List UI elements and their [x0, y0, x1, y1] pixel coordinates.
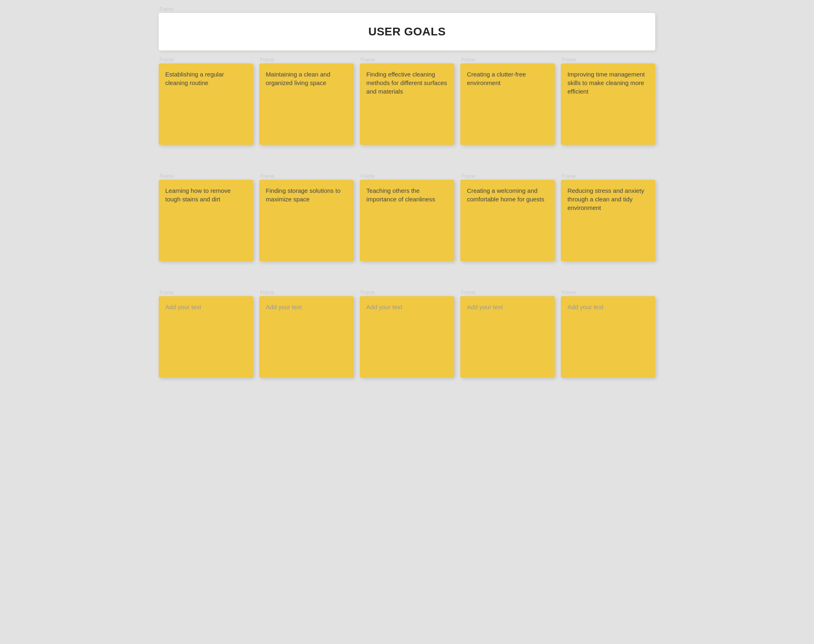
row-3: FrameAdd your textFrameAdd your textFram… — [159, 290, 655, 378]
row-2-frames: FrameLearning how to remove tough stains… — [159, 173, 655, 261]
sticky-card-card-10[interactable]: Reducing stress and anxiety through a cl… — [561, 180, 655, 261]
sticky-card-card-12[interactable]: Add your text — [259, 296, 354, 378]
sticky-card-card-1[interactable]: Establishing a regular cleaning routine — [159, 63, 253, 145]
row-gap-2 — [159, 265, 655, 290]
frame-col-1-2: FrameMaintaining a clean and organized l… — [259, 57, 354, 145]
frame-col-2-4: FrameCreating a welcoming and comfortabl… — [460, 173, 555, 261]
frame-label-3-3: Frame — [360, 290, 454, 295]
frame-label-1-3: Frame — [360, 57, 454, 63]
header-frame-label: Frame — [159, 7, 655, 12]
page-title: USER GOALS — [167, 25, 647, 38]
sticky-card-card-7[interactable]: Finding storage solutions to maximize sp… — [259, 180, 354, 261]
frame-col-2-1: FrameLearning how to remove tough stains… — [159, 173, 253, 261]
frame-col-3-2: FrameAdd your text — [259, 290, 354, 378]
frame-col-2-2: FrameFinding storage solutions to maximi… — [259, 173, 354, 261]
header-card: USER GOALS — [159, 13, 655, 50]
frame-label-2-2: Frame — [259, 173, 354, 179]
frame-label-2-3: Frame — [360, 173, 454, 179]
frame-col-1-4: FrameCreating a clutter-free environment — [460, 57, 555, 145]
frame-label-2-5: Frame — [561, 173, 655, 179]
frame-label-2-1: Frame — [159, 173, 253, 179]
frame-label-1-5: Frame — [561, 57, 655, 63]
frame-col-3-1: FrameAdd your text — [159, 290, 253, 378]
frame-label-2-4: Frame — [460, 173, 555, 179]
frame-label-3-4: Frame — [460, 290, 555, 295]
row-1: FrameEstablishing a regular cleaning rou… — [159, 57, 655, 145]
frame-col-3-4: FrameAdd your text — [460, 290, 555, 378]
row-gap-1 — [159, 149, 655, 173]
sticky-card-card-2[interactable]: Maintaining a clean and organized living… — [259, 63, 354, 145]
row-2: FrameLearning how to remove tough stains… — [159, 173, 655, 261]
frame-col-3-3: FrameAdd your text — [360, 290, 454, 378]
frame-col-2-5: FrameReducing stress and anxiety through… — [561, 173, 655, 261]
sticky-card-card-8[interactable]: Teaching others the importance of cleanl… — [360, 180, 454, 261]
frame-col-3-5: FrameAdd your text — [561, 290, 655, 378]
frame-col-1-5: FrameImproving time management skills to… — [561, 57, 655, 145]
frame-label-3-1: Frame — [159, 290, 253, 295]
sticky-card-card-4[interactable]: Creating a clutter-free environment — [460, 63, 555, 145]
frame-col-1-1: FrameEstablishing a regular cleaning rou… — [159, 57, 253, 145]
sticky-card-card-3[interactable]: Finding effective cleaning methods for d… — [360, 63, 454, 145]
frame-label-1-2: Frame — [259, 57, 354, 63]
sticky-card-card-6[interactable]: Learning how to remove tough stains and … — [159, 180, 253, 261]
sticky-card-card-14[interactable]: Add your text — [460, 296, 555, 378]
frame-label-1-4: Frame — [460, 57, 555, 63]
sticky-card-card-5[interactable]: Improving time management skills to make… — [561, 63, 655, 145]
sticky-card-card-9[interactable]: Creating a welcoming and comfortable hom… — [460, 180, 555, 261]
sticky-card-card-11[interactable]: Add your text — [159, 296, 253, 378]
frame-label-3-5: Frame — [561, 290, 655, 295]
row-1-frames: FrameEstablishing a regular cleaning rou… — [159, 57, 655, 145]
header-frame: Frame USER GOALS — [159, 7, 655, 50]
sticky-card-card-13[interactable]: Add your text — [360, 296, 454, 378]
frame-col-2-3: FrameTeaching others the importance of c… — [360, 173, 454, 261]
sticky-card-card-15[interactable]: Add your text — [561, 296, 655, 378]
page-wrapper: Frame USER GOALS FrameEstablishing a reg… — [159, 7, 655, 378]
frame-label-1-1: Frame — [159, 57, 253, 63]
frame-label-3-2: Frame — [259, 290, 354, 295]
frame-col-1-3: FrameFinding effective cleaning methods … — [360, 57, 454, 145]
row-3-frames: FrameAdd your textFrameAdd your textFram… — [159, 290, 655, 378]
